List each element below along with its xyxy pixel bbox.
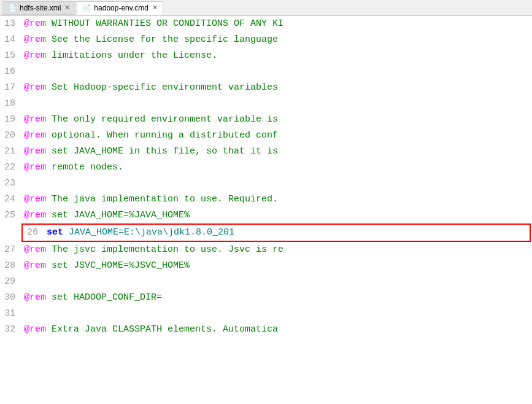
code-line: 19@rem The only required environment var… <box>0 112 532 128</box>
keyword-rem: @rem <box>24 210 46 220</box>
line-number: 22 <box>0 160 21 176</box>
rem-text: Extra Java CLASSPATH elements. Automatic… <box>46 324 278 335</box>
line-content: @rem Extra Java CLASSPATH elements. Auto… <box>21 322 532 338</box>
rem-text: The jsvc implementation to use. Jsvc is … <box>46 244 283 255</box>
code-line: 24@rem The java implementation to use. R… <box>0 192 532 208</box>
tab-bar: 📄 hdfs-site.xml ✕ 📄 hadoop-env.cmd ✕ <box>0 0 532 16</box>
line-number: 14 <box>0 32 21 48</box>
line-content: @rem optional. When running a distribute… <box>21 128 532 144</box>
code-line: 22@rem remote nodes. <box>0 160 532 176</box>
line-content: @rem The java implementation to use. Req… <box>21 192 532 208</box>
line-number: 24 <box>0 192 21 208</box>
keyword-rem: @rem <box>24 130 46 141</box>
keyword-rem: @rem <box>24 260 46 271</box>
line-content: @rem set JAVA_HOME=%JAVA_HOME% <box>21 208 532 223</box>
file-icon-2: 📄 <box>82 4 91 12</box>
line-content: @rem WITHOUT WARRANTIES OR CONDITIONS OF… <box>21 16 532 32</box>
line-number: 17 <box>0 80 21 96</box>
code-line: 20@rem optional. When running a distribu… <box>0 128 532 144</box>
rem-text: set JAVA_HOME in this file, so that it i… <box>46 146 278 157</box>
keyword-rem: @rem <box>24 50 46 61</box>
line-content: @rem limitations under the License. <box>21 48 532 64</box>
rem-text: The java implementation to use. Required… <box>46 194 278 204</box>
line-number: 21 <box>0 144 21 160</box>
code-line: 25@rem set JAVA_HOME=%JAVA_HOME% <box>0 208 532 223</box>
code-line: 30@rem set HADOOP_CONF_DIR= <box>0 290 532 306</box>
line-content: @rem The jsvc implementation to use. Jsv… <box>21 242 532 258</box>
rem-text: set HADOOP_CONF_DIR= <box>46 292 162 303</box>
line-content <box>21 96 532 112</box>
line-number: 28 <box>0 258 21 274</box>
keyword-rem: @rem <box>24 162 46 173</box>
code-line: 28@rem set JSVC_HOME=%JSVC_HOME% <box>0 258 532 274</box>
keyword-rem: @rem <box>24 244 46 255</box>
line-number: 15 <box>0 48 21 64</box>
rem-text: remote nodes. <box>46 162 123 173</box>
line-content: @rem Set Hadoop-specific environment var… <box>21 80 532 96</box>
line-content: @rem remote nodes. <box>21 160 532 176</box>
tab-label-hdfs: hdfs-site.xml <box>20 4 61 12</box>
keyword-rem: @rem <box>24 82 46 93</box>
code-line: 18 <box>0 96 532 112</box>
keyword-set: set <box>47 227 63 238</box>
line-content: @rem set HADOOP_CONF_DIR= <box>21 290 532 306</box>
tab-hdfs-site[interactable]: 📄 hdfs-site.xml ✕ <box>2 1 75 15</box>
line-number: 16 <box>0 64 21 80</box>
close-icon-2[interactable]: ✕ <box>152 4 158 12</box>
line-number: 20 <box>0 128 21 144</box>
rem-text: optional. When running a distributed con… <box>46 130 278 141</box>
rem-text: WITHOUT WARRANTIES OR CONDITIONS OF ANY … <box>46 18 283 29</box>
line-number: 27 <box>0 242 21 258</box>
keyword-rem: @rem <box>24 114 46 125</box>
line-number: 29 <box>0 274 21 290</box>
line-content: set JAVA_HOME=E:\java\jdk1.8.0_201 <box>44 225 530 241</box>
line-content <box>21 306 532 322</box>
line-number: 13 <box>0 16 21 32</box>
code-line: 26set JAVA_HOME=E:\java\jdk1.8.0_201 <box>21 223 531 242</box>
rem-text: set JSVC_HOME=%JSVC_HOME% <box>46 260 190 271</box>
tab-label-hadoop: hadoop-env.cmd <box>94 4 148 12</box>
set-value: JAVA_HOME=E:\java\jdk1.8.0_201 <box>63 227 234 238</box>
code-line: 31 <box>0 306 532 322</box>
line-content <box>21 64 532 80</box>
line-content: @rem See the License for the specific la… <box>21 32 532 48</box>
line-number: 25 <box>0 208 21 223</box>
code-line: 13@rem WITHOUT WARRANTIES OR CONDITIONS … <box>0 16 532 32</box>
keyword-rem: @rem <box>24 146 46 157</box>
code-line: 27@rem The jsvc implementation to use. J… <box>0 242 532 258</box>
line-content: @rem set JSVC_HOME=%JSVC_HOME% <box>21 258 532 274</box>
keyword-rem: @rem <box>24 18 46 29</box>
code-area: 13@rem WITHOUT WARRANTIES OR CONDITIONS … <box>0 16 532 404</box>
line-number: 23 <box>0 176 21 192</box>
line-number: 26 <box>23 225 44 241</box>
code-line: 17@rem Set Hadoop-specific environment v… <box>0 80 532 96</box>
keyword-rem: @rem <box>24 194 46 204</box>
keyword-rem: @rem <box>24 324 46 335</box>
rem-text: set JAVA_HOME=%JAVA_HOME% <box>46 210 190 220</box>
file-icon: 📄 <box>8 4 17 12</box>
line-content <box>21 274 532 290</box>
rem-text: Set Hadoop-specific environment variable… <box>46 82 278 93</box>
line-number: 31 <box>0 306 21 322</box>
code-line: 23 <box>0 176 532 192</box>
rem-text: See the License for the specific languag… <box>46 34 278 45</box>
code-line: 16 <box>0 64 532 80</box>
rem-text: limitations under the License. <box>46 50 217 61</box>
rem-text: The only required environment variable i… <box>46 114 278 125</box>
code-line: 32@rem Extra Java CLASSPATH elements. Au… <box>0 322 532 338</box>
keyword-rem: @rem <box>24 292 46 303</box>
line-content: @rem The only required environment varia… <box>21 112 532 128</box>
line-number: 18 <box>0 96 21 112</box>
line-content: @rem set JAVA_HOME in this file, so that… <box>21 144 532 160</box>
line-content <box>21 176 532 192</box>
code-line: 14@rem See the License for the specific … <box>0 32 532 48</box>
line-number: 32 <box>0 322 21 338</box>
line-number: 30 <box>0 290 21 306</box>
line-number: 19 <box>0 112 21 128</box>
tab-hadoop-env[interactable]: 📄 hadoop-env.cmd ✕ <box>77 1 163 15</box>
code-line: 21@rem set JAVA_HOME in this file, so th… <box>0 144 532 160</box>
code-line: 29 <box>0 274 532 290</box>
close-icon[interactable]: ✕ <box>64 4 70 12</box>
code-line: 15@rem limitations under the License. <box>0 48 532 64</box>
keyword-rem: @rem <box>24 34 46 45</box>
